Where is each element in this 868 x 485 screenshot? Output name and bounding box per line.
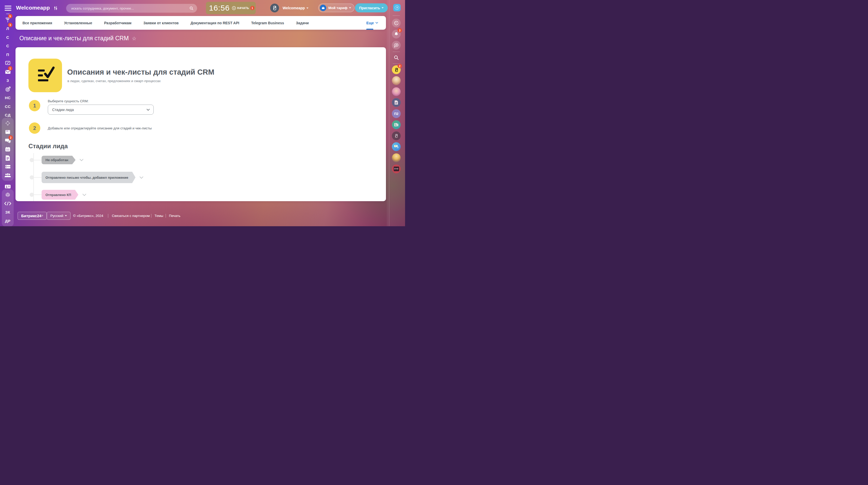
start-button[interactable]: НАЧАТЬ bbox=[237, 6, 249, 9]
right-item-copilot[interactable] bbox=[388, 19, 405, 27]
tab-more[interactable]: Еще bbox=[366, 16, 378, 30]
account-avatar[interactable] bbox=[270, 4, 279, 12]
right-item-app-welcomeapp[interactable]: 2 bbox=[388, 65, 405, 74]
tariff-button[interactable]: Мой тариф bbox=[318, 4, 354, 12]
tab-telegram-business[interactable]: Telegram Business bbox=[251, 21, 284, 25]
invite-label: Пригласить bbox=[359, 6, 380, 10]
sidebar-item-network[interactable] bbox=[0, 120, 16, 127]
sidebar-item-dr[interactable]: ДР bbox=[0, 217, 16, 224]
checklist-app-icon bbox=[28, 59, 62, 92]
bitrix24-logo: Битрикс24 bbox=[21, 214, 41, 218]
contact-card-icon bbox=[5, 184, 11, 189]
print-link[interactable]: Печать bbox=[169, 214, 180, 218]
stage-pill-not-processed[interactable]: Не обработан bbox=[41, 156, 75, 164]
stage-connector bbox=[34, 160, 41, 160]
page-title-row: Описание и чек-листы для стадий CRM ☆ bbox=[20, 35, 136, 42]
sidebar-item-mail[interactable]: 1 bbox=[0, 68, 16, 75]
sidebar-item-drive[interactable] bbox=[0, 163, 16, 170]
right-divider bbox=[393, 15, 400, 16]
sidebar-item-ss[interactable]: СС bbox=[0, 103, 16, 110]
right-item-documents[interactable] bbox=[388, 98, 405, 107]
right-item-notifications[interactable]: 3 bbox=[388, 30, 405, 38]
tab-rest-api-docs[interactable]: Документация по REST API bbox=[190, 21, 239, 25]
stage-expand-chevron-icon[interactable] bbox=[83, 194, 86, 196]
search-bar[interactable] bbox=[66, 4, 197, 13]
invite-button[interactable]: Пригласить bbox=[355, 3, 388, 12]
question-icon: ? bbox=[395, 5, 399, 10]
right-item-app-gray[interactable] bbox=[388, 131, 405, 140]
right-item-avatar-team[interactable] bbox=[388, 76, 405, 85]
search-input[interactable] bbox=[71, 4, 184, 13]
people-icon bbox=[4, 173, 11, 178]
sidebar-item-browser[interactable] bbox=[0, 128, 16, 136]
right-item-chat-app[interactable] bbox=[388, 142, 405, 151]
hamburger-menu-icon[interactable] bbox=[5, 6, 11, 10]
footer-separator bbox=[108, 214, 108, 218]
tab-tasks[interactable]: Задачи bbox=[296, 21, 309, 25]
account-menu[interactable]: Welcomeapp bbox=[283, 6, 308, 10]
tab-client-requests[interactable]: Заявки от клиентов bbox=[144, 21, 179, 25]
document-icon bbox=[394, 100, 398, 105]
right-item-news[interactable] bbox=[388, 120, 405, 129]
step-1-label: Выберите сущность CRM: bbox=[48, 99, 89, 103]
right-divider bbox=[393, 52, 400, 52]
sidebar-item-l[interactable]: Л 3 bbox=[0, 25, 16, 32]
copilot-icon bbox=[394, 21, 399, 26]
sidebar-item-p[interactable]: П bbox=[0, 51, 16, 58]
stage-expand-chevron-icon[interactable] bbox=[80, 159, 84, 161]
stage-row: Отправлено КП bbox=[30, 190, 86, 200]
sidebar-item-target[interactable] bbox=[0, 86, 16, 93]
sidebar-item-market[interactable] bbox=[0, 191, 16, 198]
calendar-icon bbox=[5, 147, 10, 152]
favorite-star-icon[interactable]: ☆ bbox=[132, 35, 136, 41]
sidebar-item-calendar[interactable] bbox=[0, 146, 16, 153]
sidebar-item-chat[interactable]: 2 bbox=[0, 137, 16, 144]
tab-all-apps[interactable]: Все приложения bbox=[23, 21, 52, 25]
right-item-search[interactable] bbox=[388, 53, 405, 62]
right-item-avatar-fitness[interactable] bbox=[388, 87, 405, 96]
themes-link[interactable]: Темы bbox=[154, 214, 163, 218]
stage-pill-kp-sent[interactable]: Отправлено КП bbox=[41, 190, 78, 200]
app-content-card: Описания и чек-листы для стадий CRM в ли… bbox=[16, 47, 386, 201]
stages-section-title: Стадии лида bbox=[28, 142, 68, 150]
sidebar-item-filter[interactable]: 5 bbox=[0, 16, 16, 23]
right-item-tt-app[interactable]: T+T bbox=[388, 164, 405, 173]
time-tracker-widget[interactable]: 16:56 НАЧАТЬ 1 bbox=[206, 2, 256, 14]
right-item-messenger[interactable] bbox=[388, 41, 405, 50]
sidebar-item-document[interactable] bbox=[0, 155, 16, 162]
crm-entity-select[interactable]: Стадии лида bbox=[48, 105, 154, 115]
help-button[interactable]: ? bbox=[393, 4, 401, 11]
chevron-down-icon bbox=[306, 7, 308, 9]
app-title: Welcomeapp bbox=[16, 5, 50, 11]
document-icon bbox=[5, 155, 10, 161]
sidebar-item-contacts[interactable] bbox=[0, 183, 16, 190]
sidebar-item-sd[interactable]: СД bbox=[0, 111, 16, 119]
tab-developers[interactable]: Разработчикам bbox=[104, 21, 131, 25]
tab-installed[interactable]: Установленные bbox=[64, 21, 92, 25]
stage-expand-chevron-icon[interactable] bbox=[140, 176, 144, 179]
sidebar-item-s1[interactable]: С bbox=[0, 34, 16, 41]
sidebar-item-people[interactable] bbox=[0, 172, 16, 179]
language-selector[interactable]: Русский bbox=[47, 212, 70, 220]
stage-pill-letter-sent[interactable]: Отправлено письмо чтобы. добавил приложе… bbox=[41, 172, 135, 183]
sidebar-item-zk[interactable]: ЗК bbox=[0, 208, 16, 216]
page-title: Описание и чек-листы для стадий CRM bbox=[20, 35, 129, 42]
step-1-number: 1 bbox=[29, 100, 40, 111]
search-icon bbox=[394, 55, 399, 60]
search-icon[interactable] bbox=[189, 6, 194, 10]
sidebar-item-monitor[interactable] bbox=[0, 59, 16, 67]
monitor-check-icon bbox=[5, 61, 10, 65]
tt-logo: T+T bbox=[394, 167, 399, 171]
notification-badge: 5 bbox=[8, 14, 12, 18]
right-item-avatar-woman[interactable] bbox=[388, 153, 405, 162]
avatar bbox=[392, 153, 401, 162]
bitrix24-logo-button[interactable]: Битрикс24© bbox=[18, 212, 47, 220]
sidebar-item-z[interactable]: З bbox=[0, 77, 16, 84]
sidebar-item-ns[interactable]: НС bbox=[0, 94, 16, 101]
sliders-settings-icon[interactable] bbox=[53, 6, 58, 10]
right-item-p2[interactable]: П2 bbox=[388, 109, 405, 118]
contact-partner-link[interactable]: Связаться с партнером bbox=[112, 214, 150, 218]
sidebar-item-developer[interactable] bbox=[0, 200, 16, 207]
sidebar-item-s2[interactable]: С bbox=[0, 42, 16, 49]
play-icon[interactable] bbox=[232, 6, 236, 10]
